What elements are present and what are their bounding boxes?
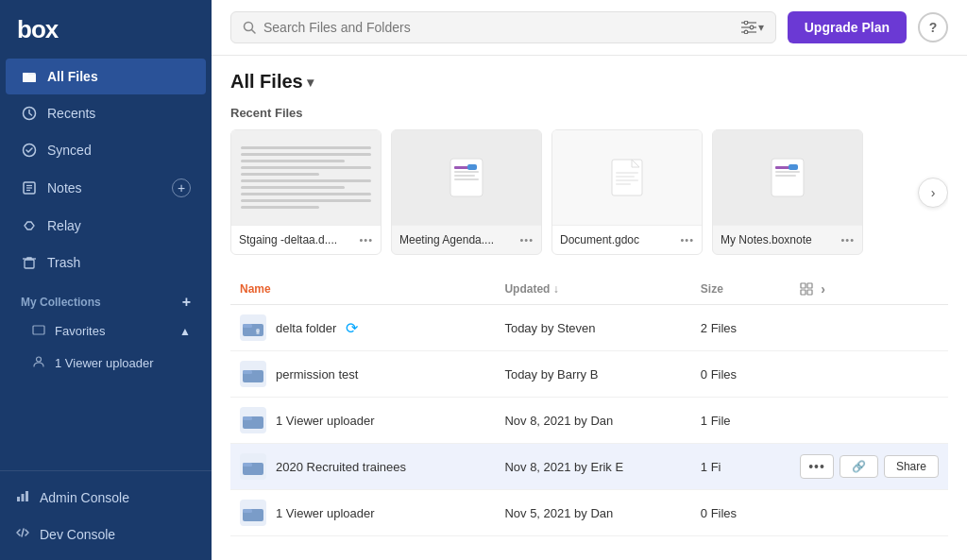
svg-rect-54 (243, 509, 252, 513)
recent-file-menu-1[interactable]: ••• (519, 234, 534, 246)
recent-file-card-1[interactable]: Meeting Agenda.... ••• (391, 129, 542, 255)
recent-files-label: Recent Files (230, 106, 948, 120)
table-row[interactable]: 1 Viewer uploader Nov 5, 2021 by Dan 0 F… (230, 490, 948, 536)
row-link-button[interactable]: 🔗 (840, 455, 878, 478)
sidebar-item-recents-label: Recents (47, 106, 95, 121)
content-area: All Files ▾ Recent Files (212, 56, 967, 560)
svg-rect-48 (243, 370, 252, 374)
file-size-1: 0 Files (691, 351, 790, 398)
svg-point-20 (744, 21, 748, 25)
table-row[interactable]: delta folder ⟳ Today by Steven 2 Files (230, 305, 948, 351)
notes-add-badge[interactable]: + (172, 178, 191, 197)
col-updated[interactable]: Updated ↓ (495, 274, 690, 305)
table-row[interactable]: permission test Today by Barry B 0 Files (230, 351, 948, 398)
synced-icon (21, 142, 38, 159)
sidebar-item-synced-label: Synced (47, 143, 92, 158)
sidebar-item-favorites[interactable]: Favorites ▲ (6, 315, 206, 347)
recent-file-card-3[interactable]: My Notes.boxnote ••• (712, 129, 863, 255)
row-dots-button[interactable]: ••• (800, 454, 834, 479)
svg-rect-32 (616, 179, 638, 181)
svg-rect-25 (454, 171, 479, 173)
svg-rect-13 (22, 494, 25, 501)
card-footer-1: Meeting Agenda.... ••• (392, 225, 541, 254)
help-button[interactable]: ? (918, 12, 948, 42)
recent-file-card-0[interactable]: Stgaing -deltaa.d.... ••• (230, 129, 382, 255)
collections-add-badge[interactable]: + (182, 294, 191, 311)
upgrade-plan-button[interactable]: Upgrade Plan (788, 11, 907, 43)
svg-rect-52 (243, 463, 252, 467)
svg-rect-41 (801, 290, 806, 295)
svg-rect-40 (807, 283, 812, 288)
file-row-actions-2 (790, 398, 948, 444)
file-name-4: 1 Viewer uploader (276, 506, 375, 520)
box-logo: box (17, 15, 58, 44)
view-toggle-list[interactable]: › (821, 281, 825, 297)
bar-chart-icon (15, 488, 30, 506)
sidebar-item-synced[interactable]: Synced (6, 132, 206, 168)
svg-rect-28 (467, 164, 477, 170)
svg-rect-38 (789, 164, 798, 170)
sidebar-item-admin-console[interactable]: Admin Console (0, 479, 212, 516)
sidebar-item-notes[interactable]: Notes + (6, 169, 206, 207)
col-size[interactable]: Size (691, 274, 790, 305)
file-table-body: delta folder ⟳ Today by Steven 2 Files (230, 305, 948, 536)
svg-rect-1 (23, 73, 28, 76)
recent-file-menu-0[interactable]: ••• (359, 234, 373, 246)
recent-file-name-0: Stgaing -deltaa.d.... (239, 233, 355, 246)
svg-rect-44 (243, 324, 252, 328)
sidebar-item-all-files-label: All Files (47, 69, 98, 84)
sidebar-item-relay-label: Relay (47, 218, 81, 233)
table-row[interactable]: 1 Viewer uploader Nov 8, 2021 by Dan 1 F… (230, 398, 948, 444)
page-title: All Files (230, 71, 303, 93)
code-icon (15, 525, 30, 543)
collab-icon-0: ⟳ (346, 319, 358, 337)
recent-files-list: Stgaing -deltaa.d.... ••• Meeting Agenda… (230, 129, 948, 255)
svg-rect-39 (801, 283, 806, 288)
card-thumb-3 (713, 130, 862, 225)
svg-rect-33 (616, 183, 631, 185)
sidebar-bottom: Admin Console Dev Console (0, 470, 212, 560)
file-updated-1: Today by Barry B (495, 351, 690, 398)
sidebar-item-recents[interactable]: Recents (6, 95, 206, 131)
recent-files-next-button[interactable]: › (918, 178, 948, 208)
sidebar-item-trash[interactable]: Trash (6, 245, 206, 280)
file-updated-3: Nov 8, 2021 by Erik E (495, 444, 690, 490)
sidebar-item-viewer-uploader[interactable]: 1 Viewer uploader (6, 348, 206, 379)
search-input[interactable] (263, 20, 734, 35)
page-title-dropdown[interactable]: ▾ (307, 75, 314, 90)
sidebar: box All Files Recents Synced (0, 0, 212, 560)
svg-rect-26 (454, 175, 475, 177)
admin-console-label: Admin Console (40, 490, 129, 505)
svg-point-22 (744, 30, 748, 34)
recent-file-name-3: My Notes.boxnote (721, 233, 837, 246)
sidebar-item-all-files[interactable]: All Files (6, 59, 206, 94)
recent-file-menu-3[interactable]: ••• (840, 234, 855, 246)
folder-icon (21, 68, 38, 85)
sidebar-item-relay[interactable]: Relay (6, 208, 206, 244)
file-size-3: 1 Fi (691, 444, 790, 490)
svg-rect-27 (454, 178, 479, 180)
favorites-icon (32, 323, 45, 339)
file-row-actions-4 (790, 490, 948, 536)
sidebar-item-viewer-uploader-label: 1 Viewer uploader (55, 356, 154, 370)
col-name[interactable]: Name (230, 274, 495, 305)
logo-area: box (0, 0, 212, 58)
file-updated-4: Nov 5, 2021 by Dan (495, 490, 690, 536)
svg-rect-23 (450, 159, 483, 196)
file-updated-0: Today by Steven (495, 305, 690, 351)
search-bar[interactable]: ▾ (230, 11, 776, 43)
view-toggle-grid[interactable] (800, 282, 813, 296)
card-footer-0: Stgaing -deltaa.d.... ••• (231, 225, 381, 254)
svg-line-16 (252, 30, 256, 34)
trash-icon (21, 254, 38, 271)
table-row[interactable]: 2020 Recruited trainees Nov 8, 2021 by E… (230, 444, 948, 490)
file-size-0: 2 Files (691, 305, 790, 351)
row-share-button[interactable]: Share (884, 455, 939, 478)
file-row-actions-3: ••• 🔗 Share (790, 444, 948, 490)
sidebar-item-notes-label: Notes (47, 180, 82, 195)
recent-file-menu-2[interactable]: ••• (680, 234, 694, 246)
search-filter-button[interactable]: ▾ (741, 21, 764, 34)
recent-file-card-2[interactable]: Document.gdoc ••• (551, 129, 703, 255)
sidebar-item-dev-console[interactable]: Dev Console (0, 516, 212, 552)
svg-point-21 (750, 25, 754, 29)
